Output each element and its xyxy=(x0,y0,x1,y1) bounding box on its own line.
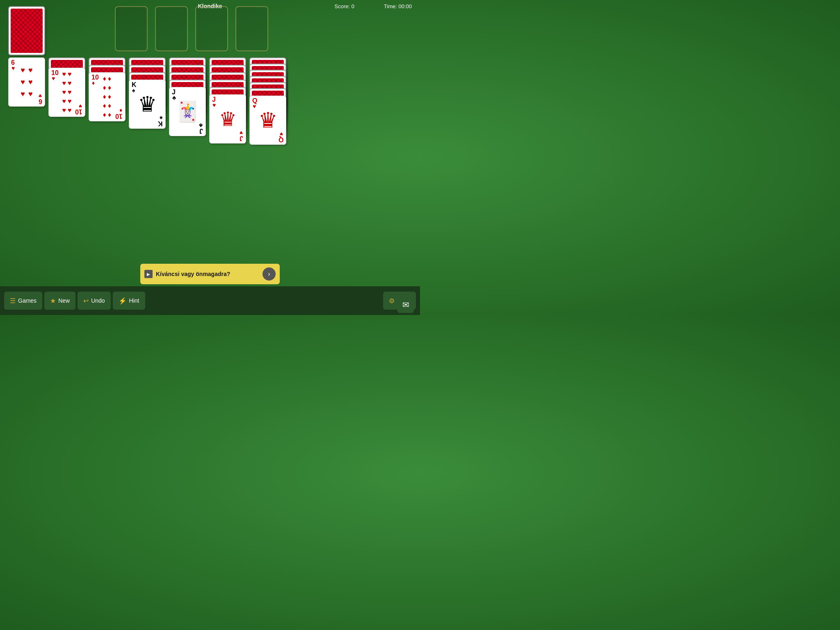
foundation-slot-2[interactable] xyxy=(155,6,188,51)
ad-banner[interactable]: ▶ Kíváncsi vagy önmagadra? › xyxy=(140,264,280,284)
new-label: New xyxy=(58,297,70,304)
time-display: Time: 00:00 xyxy=(384,3,412,9)
games-button[interactable]: ☰ Games xyxy=(4,292,42,310)
ad-icon: ▶ xyxy=(144,270,153,278)
gear-icon: ⚙ xyxy=(389,297,395,305)
card-king-spades[interactable]: K ♠ ♛ K ♠ xyxy=(129,80,166,129)
foundation-slot-1[interactable] xyxy=(115,6,148,51)
undo-icon: ↩ xyxy=(83,297,89,305)
mail-icon: ✉ xyxy=(402,300,409,310)
card-jack-clubs[interactable]: J ♣ 🃏 J ♣ xyxy=(169,87,206,136)
foundation-area xyxy=(115,6,268,51)
games-label: Games xyxy=(18,297,37,304)
card-jack-hearts[interactable]: J ♥ ♛ J ♥ xyxy=(209,94,246,144)
undo-button[interactable]: ↩ Undo xyxy=(78,292,110,310)
card-10-hearts[interactable]: 10 ♥ ♥♥ ♥♥ ♥♥ ♥♥ ♥♥ 10 ♥ xyxy=(48,68,85,117)
card-10-diamonds[interactable]: 10 ♦ ♦♦ ♦♦ ♦♦ ♦♦ ♦♦ 10 ♦ xyxy=(89,72,126,121)
mail-button[interactable]: ✉ xyxy=(397,297,414,313)
star-icon: ★ xyxy=(50,297,56,305)
tableau-col-1[interactable]: 6 ♥ ♥ ♥ ♥ ♥ ♥ ♥ 6 ♥ xyxy=(8,57,41,107)
stock-pile[interactable] xyxy=(8,6,45,55)
new-button[interactable]: ★ New xyxy=(44,292,75,310)
card-6-hearts[interactable]: 6 ♥ ♥ ♥ ♥ ♥ ♥ ♥ 6 ♥ xyxy=(8,57,45,107)
score-display: Score: 0 xyxy=(335,3,354,9)
hint-label: Hint xyxy=(129,297,139,304)
tableau-col-2[interactable]: 10 ♥ ♥♥ ♥♥ ♥♥ ♥♥ ♥♥ 10 ♥ xyxy=(48,57,81,107)
card-queen-hearts[interactable]: Q ♥ ♛ Q ♥ xyxy=(249,96,286,145)
hint-button[interactable]: ⚡ Hint xyxy=(113,292,145,310)
games-icon: ☰ xyxy=(10,297,16,305)
foundation-slot-4[interactable] xyxy=(235,6,268,51)
undo-label: Undo xyxy=(91,297,105,304)
toolbar: ☰ Games ★ New ↩ Undo ⚡ Hint ⚙ More ✉ xyxy=(0,286,420,315)
ad-text: Kíváncsi vagy önmagadra? xyxy=(156,271,259,277)
foundation-slot-3[interactable] xyxy=(195,6,228,51)
ad-arrow-button[interactable]: › xyxy=(262,267,276,281)
hint-icon: ⚡ xyxy=(119,297,127,305)
